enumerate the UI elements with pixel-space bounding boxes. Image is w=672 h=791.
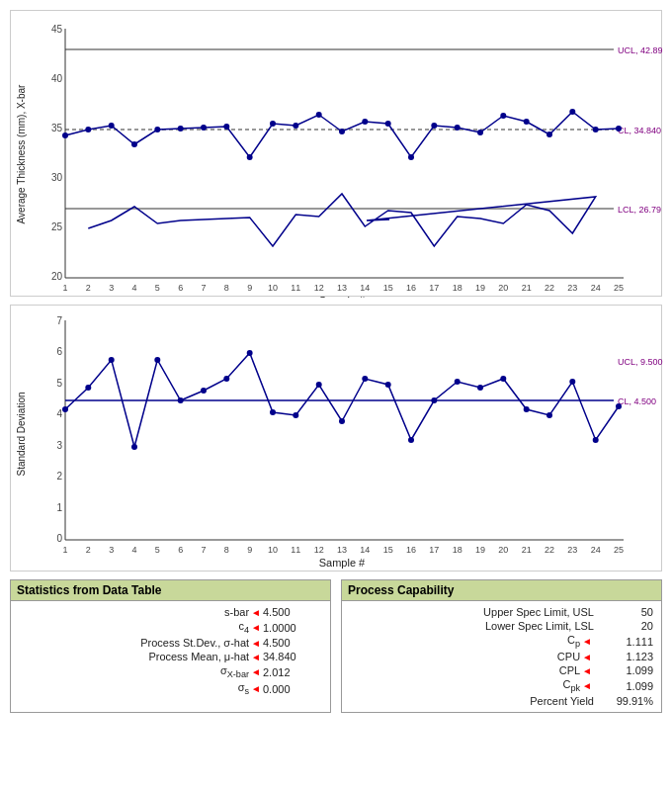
sxtick-10: 10 [268, 545, 278, 555]
xtick-20: 20 [498, 283, 508, 293]
ytick-20: 20 [51, 271, 63, 282]
sbar-arrow: ◄ [251, 607, 261, 618]
sdp-22 [546, 412, 552, 418]
lcl-label: LCL, 26.79 [618, 205, 661, 215]
dp-5 [154, 127, 160, 132]
c4-arrow: ◄ [251, 622, 261, 633]
xtick-16: 16 [406, 283, 416, 293]
sdp-2 [85, 385, 91, 391]
sigma-s-row: σs ◄ 0.000 [15, 680, 326, 697]
cp-label: Cp [350, 634, 580, 649]
dp-2 [85, 127, 91, 132]
c4-value: 1.0000 [263, 622, 322, 634]
xbar-line [88, 194, 595, 246]
dp-14 [362, 119, 368, 125]
cp-arrow: ◄ [582, 636, 592, 647]
sytick-1: 1 [56, 502, 62, 513]
sigma-hat-label: Process St.Dev., σ-hat [19, 637, 249, 649]
xbar-x-title: Sample # [319, 295, 366, 298]
ytick-30: 30 [51, 172, 63, 183]
stats-body: s-bar ◄ 4.500 c4 ◄ 1.0000 Process St.Dev… [11, 601, 330, 702]
sytick-4: 4 [56, 408, 62, 419]
stats-header: Statistics from Data Table [11, 580, 330, 601]
sdp-15 [385, 382, 391, 388]
lsl-value: 20 [594, 620, 653, 632]
ytick-25: 25 [51, 221, 63, 232]
sigma-s-label: σs [19, 681, 249, 696]
dp-3 [109, 123, 115, 129]
sxtick-3: 3 [109, 545, 114, 555]
dp-25 [616, 126, 622, 132]
cl-label: CL, 34.840 [618, 126, 661, 135]
dp-1 [62, 132, 68, 138]
sdp-18 [455, 379, 461, 385]
dp-22 [546, 132, 552, 137]
xtick-15: 15 [383, 283, 393, 293]
sdp-16 [408, 437, 414, 443]
dp-23 [569, 109, 575, 115]
cp-value: 1.111 [594, 636, 653, 648]
stats-section: Statistics from Data Table s-bar ◄ 4.500… [10, 579, 662, 713]
sxtick-20: 20 [498, 545, 508, 555]
sdp-10 [270, 409, 276, 415]
dp-16 [408, 154, 414, 160]
sxtick-15: 15 [383, 545, 393, 555]
xtick-3: 3 [109, 283, 114, 293]
sxtick-24: 24 [591, 545, 601, 555]
ytick-35: 35 [51, 123, 63, 133]
dp-20 [500, 113, 506, 119]
dp-7 [201, 125, 207, 131]
sxtick-6: 6 [178, 545, 183, 555]
sucl-label: UCL, 9.500 [618, 357, 663, 367]
sigma-hat-arrow: ◄ [251, 638, 261, 649]
xtick-8: 8 [224, 283, 229, 293]
sytick-2: 2 [56, 471, 62, 482]
sdp-7 [201, 388, 207, 394]
dp-15 [385, 121, 391, 127]
yield-row: Percent Yield 99.91% [346, 694, 657, 708]
xtick-7: 7 [201, 283, 206, 293]
sdp-4 [131, 444, 137, 450]
sytick-6: 6 [56, 346, 62, 357]
xtick-25: 25 [614, 283, 624, 293]
cpl-value: 1.099 [594, 664, 653, 676]
dp-12 [316, 112, 322, 118]
ytick-45: 45 [51, 24, 63, 35]
sdev-svg: Standard Deviation 7 6 5 4 3 2 1 0 UCL, … [11, 306, 663, 572]
sigma-xbar-label: σX-bar [19, 664, 249, 679]
sdp-12 [316, 382, 322, 388]
scl-label: CL, 4.500 [618, 396, 656, 406]
sxtick-12: 12 [314, 545, 324, 555]
mu-hat-value: 34.840 [263, 651, 322, 662]
sxtick-11: 11 [291, 545, 300, 555]
xtick-24: 24 [591, 283, 601, 293]
sdp-14 [362, 376, 368, 382]
xtick-21: 21 [522, 283, 532, 293]
sdp-24 [593, 437, 599, 443]
cpu-label: CPU [350, 651, 580, 662]
sigma-hat-row: Process St.Dev., σ-hat ◄ 4.500 [15, 636, 326, 650]
xbar-chart: Average Thickness (mm), X-bar 45 40 35 3… [10, 10, 662, 297]
sigma-s-value: 0.000 [263, 683, 322, 695]
sxtick-4: 4 [131, 545, 136, 555]
xtick-10: 10 [268, 283, 278, 293]
sigma-xbar-arrow: ◄ [251, 666, 261, 677]
cap-header: Process Capability [342, 580, 661, 601]
sdp-1 [62, 406, 68, 412]
sxtick-8: 8 [224, 545, 229, 555]
sxtick-1: 1 [62, 545, 67, 555]
xbar-svg: Average Thickness (mm), X-bar 45 40 35 3… [11, 11, 663, 298]
sigma-xbar-row: σX-bar ◄ 2.012 [15, 663, 326, 680]
sigma-s-arrow: ◄ [251, 683, 261, 694]
cpk-value: 1.099 [594, 680, 653, 692]
sxtick-7: 7 [201, 545, 206, 555]
sxtick-13: 13 [337, 545, 347, 555]
xtick-12: 12 [314, 283, 324, 293]
yield-value: 99.91% [594, 695, 653, 707]
sxtick-19: 19 [475, 545, 485, 555]
xtick-19: 19 [475, 283, 485, 293]
xtick-6: 6 [178, 283, 183, 293]
dp-8 [223, 124, 229, 130]
dp-4 [131, 141, 137, 147]
sdp-25 [616, 403, 622, 409]
